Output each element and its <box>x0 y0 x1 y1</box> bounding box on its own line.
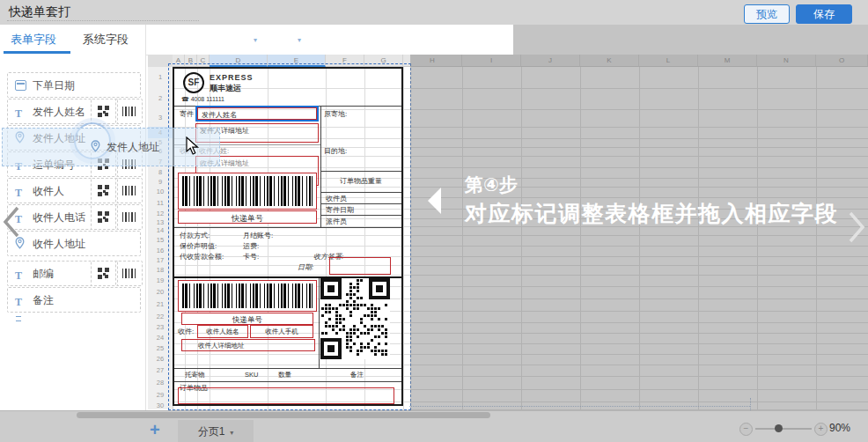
prev-step-chevron-icon[interactable] <box>2 204 21 239</box>
zoom-slider-handle[interactable] <box>775 424 783 432</box>
zoom-out-button[interactable]: − <box>739 423 753 436</box>
text-field-icon: T <box>15 107 22 120</box>
qr-option[interactable] <box>91 99 116 124</box>
sidebar-item-label: 邮编 <box>33 267 54 282</box>
sidebar-item-label: 发件人姓名 <box>33 105 85 120</box>
add-page-button[interactable]: + <box>150 420 160 440</box>
app-window: 快递单套打 预览 保存 表单字段 系统字段 宋体 ▾ 9 ▾ ↶↷BITUA▾▾… <box>0 0 868 442</box>
sidebar-item-label: 收件人地址 <box>33 237 85 252</box>
barcode-option[interactable] <box>117 178 143 203</box>
barcode-icon <box>122 186 137 195</box>
step-instruction: 对应标记调整表格框并拖入相应字段 <box>465 199 838 228</box>
preview-button[interactable]: 预览 <box>744 4 790 24</box>
text-field-icon: T <box>15 269 22 282</box>
zoom-slider-track[interactable] <box>755 428 812 430</box>
drag-ghost-label: 发件人地址 <box>107 140 159 155</box>
next-step-chevron-icon[interactable] <box>847 210 866 245</box>
sidebar-item-8[interactable]: T邮编 <box>7 261 141 286</box>
save-button[interactable]: 保存 <box>796 4 852 24</box>
qr-icon <box>98 211 109 223</box>
page-tab[interactable]: 分页1▾ <box>178 420 254 442</box>
sidebar-item-5[interactable]: T收件人 <box>7 178 141 203</box>
barcode-icon <box>122 107 137 116</box>
sidebar-item-9[interactable]: T备注 <box>7 287 141 313</box>
textarea-icon: T <box>15 296 22 324</box>
active-tab-underline <box>4 51 70 54</box>
page-title: 快递单套打 <box>9 4 70 20</box>
barcode-option[interactable] <box>117 99 143 124</box>
selection-marquee <box>168 63 411 410</box>
zoom-in-button[interactable]: + <box>814 423 828 436</box>
zoom-percentage: 90% <box>829 422 850 434</box>
barcode-icon <box>122 212 137 222</box>
calendar-icon <box>15 80 26 91</box>
dim-overlay <box>410 55 868 410</box>
tab-form-fields[interactable]: 表单字段 <box>11 32 56 48</box>
field-sidebar: 下单日期T发件人姓名发件人地址T运单编号T收件人T收件人电话收件人地址T邮编T备… <box>0 55 145 410</box>
chevron-down-icon[interactable]: ▾ <box>298 36 301 44</box>
barcode-option[interactable] <box>117 204 143 230</box>
qr-icon <box>98 268 109 279</box>
barcode-icon <box>122 269 137 278</box>
pin-icon <box>91 140 100 156</box>
page-tab-label: 分页1 <box>198 425 225 438</box>
sidebar-item-label: 下单日期 <box>33 78 75 93</box>
chevron-down-icon[interactable]: ▾ <box>230 429 233 437</box>
sidebar-item-1[interactable]: 下单日期 <box>7 72 141 98</box>
sidebar-item-7[interactable]: 收件人地址 <box>7 231 141 256</box>
sidebar-item-6[interactable]: T收件人电话 <box>7 204 141 230</box>
barcode-option[interactable] <box>117 261 143 286</box>
mouse-cursor <box>186 136 200 156</box>
title-bar: 快递单套打 预览 保存 <box>0 0 868 26</box>
step-number: 第④步 <box>465 173 518 197</box>
text-field-icon: T <box>15 187 22 199</box>
dim-overlay <box>513 25 868 55</box>
step-pointer-triangle <box>428 188 441 214</box>
tab-system-fields[interactable]: 系统字段 <box>83 32 129 48</box>
sidebar-divider <box>145 25 146 410</box>
qr-icon <box>98 185 109 196</box>
qr-icon <box>98 106 109 117</box>
title-underline <box>7 20 199 21</box>
sidebar-item-label: 收件人电话 <box>33 210 85 225</box>
sidebar-item-label: 备注 <box>33 293 54 308</box>
sidebar-item-label: 收件人 <box>33 184 64 199</box>
chevron-down-icon[interactable]: ▾ <box>254 36 257 44</box>
qr-option[interactable] <box>91 261 116 286</box>
bottom-bar: + 分页1▾ − + 90% <box>0 410 868 442</box>
sidebar-item-2[interactable]: T发件人姓名 <box>7 99 141 124</box>
qr-option[interactable] <box>91 178 116 203</box>
horizontal-scrollbar[interactable] <box>77 412 490 418</box>
qr-option[interactable] <box>91 204 116 230</box>
